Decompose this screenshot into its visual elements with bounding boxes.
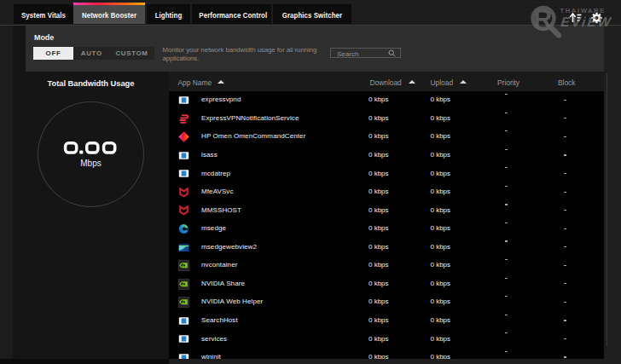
svg-text:THAIWARE: THAIWARE xyxy=(560,7,606,14)
svg-text:EViEW: EViEW xyxy=(560,14,613,29)
svg-text:R: R xyxy=(533,4,552,34)
